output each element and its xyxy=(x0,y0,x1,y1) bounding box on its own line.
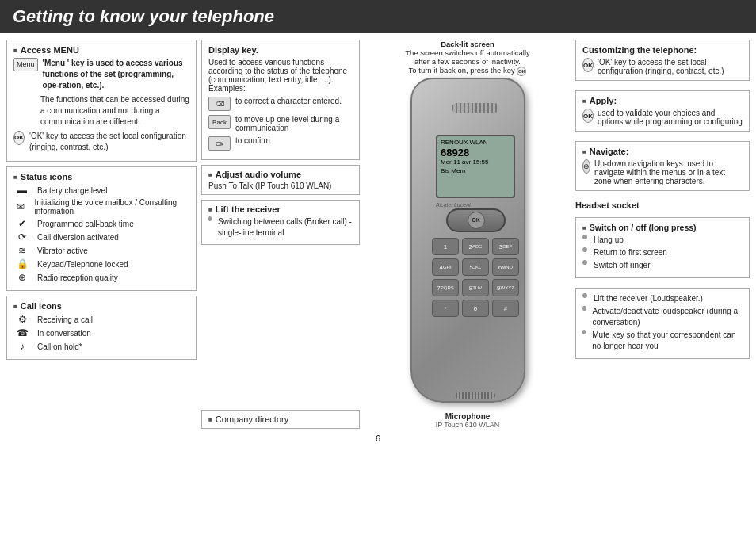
diversion-icon: ⟳ xyxy=(13,231,31,243)
switch-item-0: Hang up xyxy=(594,235,624,246)
key-8[interactable]: 8TUV xyxy=(462,279,489,296)
key-4[interactable]: 4GHI xyxy=(432,258,459,276)
nav-keys-area: OK xyxy=(442,206,510,234)
ok-disp-icon: Ok xyxy=(208,136,231,151)
radio-label: Radio reception quality xyxy=(37,273,118,282)
call-icons-box: Call icons ⚙Receiving a call ☎In convers… xyxy=(6,296,197,360)
loud-item-0: Lift the receiver (Loudspeaker.) xyxy=(594,293,703,304)
page-header: Getting to know your telephone xyxy=(0,0,756,33)
menu-icon: Menu xyxy=(13,58,38,71)
screen-line1: RENOUX WLAN xyxy=(441,139,510,147)
lift-item-0: Switching between calls (Broker call) - … xyxy=(218,216,353,239)
menu-key-desc: 'Menu ' key is used to access various fu… xyxy=(43,58,189,91)
gray-bullet-ls2 xyxy=(582,330,586,334)
key-2[interactable]: 2ABC xyxy=(462,238,489,255)
callback-label: Programmed call-back time xyxy=(37,220,134,228)
loud-item-1: Activate/deactivate loudspeaker (during … xyxy=(593,306,743,328)
page-title: Getting to know your telephone xyxy=(13,6,743,27)
screen-line2: 68928 xyxy=(441,147,510,159)
vibrator-label: Vibrator active xyxy=(37,246,88,255)
hold-icon: ♪ xyxy=(13,341,31,352)
diversion-label: Call diversion activated xyxy=(37,233,119,242)
right-column: Customizing the telephone: OK 'OK' key t… xyxy=(575,40,750,429)
apply-desc: used to validate your choices and option… xyxy=(598,109,743,126)
page-number: 6 xyxy=(0,434,756,443)
model-label: IP Touch 610 WLAN xyxy=(436,421,500,429)
access-menu-title: Access MENU xyxy=(13,45,189,55)
navigate-title: Navigate: xyxy=(590,147,629,156)
customize-desc: 'OK' key to access the set local configu… xyxy=(598,58,743,75)
phone-column: Back-lit screen The screen switches off … xyxy=(365,40,571,429)
key-5[interactable]: 5JKL xyxy=(462,258,489,276)
phone-body: RENOUX WLAN 68928 Mer 11 avr 15:55 Bis M… xyxy=(410,78,525,403)
phone-mic xyxy=(456,392,495,399)
callback-icon: ✔ xyxy=(13,218,31,229)
navigate-nav-icon: ⊕ xyxy=(582,159,590,174)
key-9[interactable]: 9WXYZ xyxy=(492,279,519,296)
apply-title: Apply: xyxy=(590,96,617,105)
apply-box: ■ Apply: OK used to validate your choice… xyxy=(575,90,750,132)
switch-title: Switch on / off (long press) xyxy=(590,223,697,232)
screen-line3: Mer 11 avr 15:55 xyxy=(441,159,510,166)
display-item-2: to confirm xyxy=(235,136,270,145)
gray-bullet-ls0 xyxy=(582,293,587,298)
customize-title: Customizing the telephone: xyxy=(582,45,743,55)
navigate-desc: Up-down navigation keys: used to navigat… xyxy=(594,159,743,185)
nav-center: OK xyxy=(468,212,485,229)
vibrator-icon: ≋ xyxy=(13,245,31,256)
hold-label: Call on hold* xyxy=(37,342,82,351)
gray-bullet-return xyxy=(582,247,587,252)
mailbox-icon: ✉ xyxy=(13,201,29,212)
lift-receiver-box: ■ Lift the receiver Switching between ca… xyxy=(201,200,360,245)
back-icon: Back xyxy=(208,115,231,129)
middle-column: Display key. Used to access various func… xyxy=(201,40,360,429)
key-7[interactable]: 7PQRS xyxy=(432,279,459,296)
nav-ring: OK xyxy=(446,208,506,232)
conversation-label: In conversation xyxy=(37,329,91,338)
backspace-icon: ⌫ xyxy=(208,97,231,111)
access-menu-box: Access MENU Menu 'Menu ' key is used to … xyxy=(6,40,197,162)
microphone-label: Microphone xyxy=(445,412,491,421)
key-3[interactable]: 3DEF xyxy=(492,238,519,255)
switch-box: ■ Switch on / off (long press) Hang up R… xyxy=(575,217,750,278)
receiving-label: Receiving a call xyxy=(37,315,93,324)
status-icons-title: Status icons xyxy=(13,172,189,182)
navigate-box: ■ Navigate: ⊕ Up-down navigation keys: u… xyxy=(575,141,750,191)
switch-item-1: Return to first screen xyxy=(594,247,667,258)
backlit-ok-icon: OK xyxy=(517,67,526,76)
display-key-title: Display key. xyxy=(208,45,353,55)
audio-box: ■ Adjust audio volume Push To Talk (IP T… xyxy=(201,165,360,195)
backlit-annotation: Back-lit screen The screen switches off … xyxy=(404,40,531,76)
customize-ok-icon: OK xyxy=(582,58,594,72)
receiving-icon: ⚙ xyxy=(13,314,31,325)
menu-sub-desc: The functions that can be accessed durin… xyxy=(40,94,189,128)
ok-key-desc: 'OK' key to access the set local configu… xyxy=(29,131,189,153)
customize-box: Customizing the telephone: OK 'OK' key t… xyxy=(575,40,750,81)
conversation-icon: ☎ xyxy=(13,327,31,338)
loud-item-2: Mute key so that your correspondent can … xyxy=(592,330,743,352)
backlit-title: Back-lit screen xyxy=(404,40,531,48)
audio-title: Adjust audio volume xyxy=(216,170,301,179)
call-icons-title: Call icons xyxy=(13,301,189,311)
key-6[interactable]: 6MNO xyxy=(492,258,519,276)
battery-label: Battery charge level xyxy=(37,186,107,195)
lift-title: Lift the receiver xyxy=(216,204,281,214)
gray-bullet-ls1 xyxy=(582,306,586,311)
lock-icon: 🔒 xyxy=(13,258,31,269)
apply-ok-icon: OK xyxy=(582,109,594,123)
backlit-turn-on: To turn it back on, press the key OK xyxy=(404,66,531,76)
gray-bullet-hangup xyxy=(582,235,587,239)
backlit-desc: The screen switches off automatically af… xyxy=(404,48,531,66)
key-0[interactable]: 0 xyxy=(462,300,489,317)
status-icons-box: Status icons ▬Battery charge level ✉Init… xyxy=(6,166,197,291)
headset-label: Headset socket xyxy=(575,201,750,210)
display-item-1: to move up one level during a communicat… xyxy=(235,115,353,132)
key-star[interactable]: * xyxy=(432,300,459,317)
phone-image: RENOUX WLAN 68928 Mer 11 avr 15:55 Bis M… xyxy=(404,78,531,411)
phone-keypad: 1 2ABC 3DEF 4GHI 5JKL 6MNO 7PQRS 8TUV 9W… xyxy=(432,238,519,317)
display-key-desc: Used to access various functions accordi… xyxy=(208,58,353,93)
key-hash[interactable]: # xyxy=(492,300,519,317)
phone-speaker xyxy=(452,103,499,113)
phone-screen: RENOUX WLAN 68928 Mer 11 avr 15:55 Bis M… xyxy=(436,135,515,198)
key-1[interactable]: 1 xyxy=(432,238,459,255)
